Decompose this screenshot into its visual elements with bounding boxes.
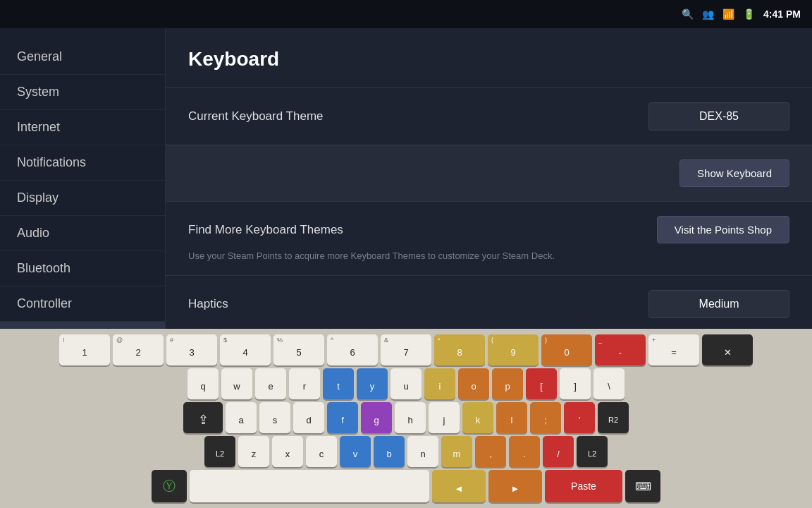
key-8[interactable]: *8	[434, 334, 485, 365]
key-u[interactable]: u	[390, 368, 422, 399]
key-y[interactable]: y	[357, 368, 388, 399]
key-z[interactable]: z	[238, 436, 269, 467]
find-themes-header: Find More Keyboard Themes Visit the Poin…	[188, 216, 789, 243]
key-t[interactable]: t	[323, 368, 354, 399]
community-icon: 👥	[702, 8, 714, 20]
key-minus[interactable]: _-	[595, 334, 646, 365]
key-keyboard-icon[interactable]: ⌨	[625, 470, 660, 502]
status-time: 4:41 PM	[763, 8, 801, 20]
keyboard-number-row: !1 @2 #3 $4 %5 ^6 &7 *8 (9 )0 _- += ✕	[3, 334, 809, 365]
search-icon[interactable]: 🔍	[682, 8, 694, 20]
current-theme-label: Current Keyboard Theme	[188, 109, 324, 123]
key-period[interactable]: .	[509, 436, 540, 467]
key-k[interactable]: k	[462, 402, 493, 433]
find-themes-description: Use your Steam Points to acquire more Ke…	[188, 250, 789, 261]
key-i[interactable]: i	[424, 368, 455, 399]
key-c[interactable]: c	[306, 436, 337, 467]
key-quote[interactable]: '	[564, 402, 595, 433]
key-slash[interactable]: /	[543, 436, 574, 467]
key-comma[interactable]: ,	[475, 436, 506, 467]
sidebar-item-internet[interactable]: Internet	[0, 110, 165, 145]
sidebar-item-audio[interactable]: Audio	[0, 216, 165, 251]
show-keyboard-row: Show Keyboard	[166, 145, 812, 201]
key-x[interactable]: x	[272, 436, 303, 467]
visit-shop-button[interactable]: Visit the Points Shop	[657, 216, 789, 243]
key-m[interactable]: m	[441, 436, 472, 467]
key-right-arrow[interactable]: ►	[488, 470, 542, 502]
key-paste[interactable]: Paste	[545, 470, 622, 502]
key-4[interactable]: $4	[220, 334, 271, 365]
key-1[interactable]: !1	[59, 334, 110, 365]
key-l2-left[interactable]: L2	[204, 436, 235, 467]
key-a[interactable]: a	[226, 402, 257, 433]
key-0[interactable]: )0	[541, 334, 592, 365]
find-themes-title: Find More Keyboard Themes	[188, 223, 343, 237]
haptics-value: Medium	[648, 290, 789, 318]
current-theme-row: Current Keyboard Theme DEX-85	[166, 87, 812, 145]
sidebar-item-controller[interactable]: Controller	[0, 286, 165, 322]
key-rbracket[interactable]: ]	[560, 368, 591, 399]
key-equals[interactable]: +=	[648, 334, 699, 365]
key-2[interactable]: @2	[113, 334, 164, 365]
key-h[interactable]: h	[395, 402, 426, 433]
key-7[interactable]: &7	[381, 334, 431, 365]
key-r[interactable]: r	[289, 368, 320, 399]
key-capslock[interactable]: ⇪	[183, 402, 223, 433]
key-o[interactable]: o	[458, 368, 489, 399]
key-left-arrow[interactable]: ◄	[432, 470, 486, 502]
key-l[interactable]: l	[496, 402, 527, 433]
find-themes-section: Find More Keyboard Themes Visit the Poin…	[166, 201, 812, 275]
key-6[interactable]: ^6	[327, 334, 378, 365]
key-f[interactable]: f	[327, 402, 358, 433]
keyboard-qwerty-row: q w e r t y u i o p [ ] \	[3, 368, 809, 399]
key-e[interactable]: e	[255, 368, 286, 399]
sidebar-item-display[interactable]: Display	[0, 181, 165, 216]
haptics-row: Haptics Medium	[166, 275, 812, 332]
key-3[interactable]: #3	[166, 334, 217, 365]
key-backslash[interactable]: \	[593, 368, 625, 399]
key-b[interactable]: b	[374, 436, 405, 467]
key-l2-right[interactable]: L2	[577, 436, 608, 467]
key-v[interactable]: v	[340, 436, 371, 467]
show-keyboard-button[interactable]: Show Keyboard	[679, 159, 789, 187]
key-spacebar[interactable]	[190, 470, 429, 502]
key-n[interactable]: n	[407, 436, 438, 467]
key-9[interactable]: (9	[488, 334, 539, 365]
key-r2[interactable]: R2	[598, 402, 629, 433]
keyboard-asdf-row: ⇪ a s d f g h j k l ; ' R2	[3, 402, 809, 433]
status-bar: 🔍 👥 📶 🔋 4:41 PM	[0, 0, 812, 28]
key-q[interactable]: q	[187, 368, 219, 399]
keyboard-bottom-row: Ⓨ ◄ ► Paste ⌨	[3, 470, 809, 502]
current-theme-value: DEX-85	[648, 102, 789, 131]
sidebar-item-bluetooth[interactable]: Bluetooth	[0, 251, 165, 286]
key-lbracket[interactable]: [	[526, 368, 557, 399]
key-j[interactable]: j	[429, 402, 460, 433]
keyboard-zxcv-row: L2 z x c v b n m , . / L2	[3, 436, 809, 467]
page-title: Keyboard	[166, 28, 812, 87]
key-s[interactable]: s	[259, 402, 290, 433]
battery-icon: 🔋	[743, 8, 755, 20]
haptics-label: Haptics	[188, 297, 228, 311]
keyboard-container: !1 @2 #3 $4 %5 ^6 &7 *8 (9 )0 _- += ✕ q …	[0, 329, 812, 508]
sidebar-item-system[interactable]: System	[0, 75, 165, 110]
key-5[interactable]: %5	[273, 334, 324, 365]
key-p[interactable]: p	[492, 368, 523, 399]
wifi-icon: 📶	[722, 8, 734, 20]
sidebar-item-general[interactable]: General	[0, 40, 165, 75]
key-d[interactable]: d	[293, 402, 324, 433]
key-w[interactable]: w	[221, 368, 252, 399]
key-y-button[interactable]: Ⓨ	[152, 470, 187, 502]
key-semicolon[interactable]: ;	[530, 402, 561, 433]
sidebar-item-notifications[interactable]: Notifications	[0, 145, 165, 181]
key-g[interactable]: g	[361, 402, 392, 433]
key-backspace[interactable]: ✕	[702, 334, 753, 365]
